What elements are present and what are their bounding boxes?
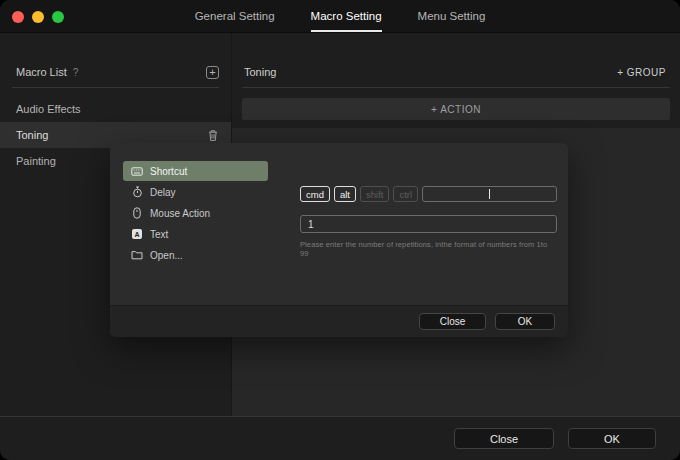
macro-list-title: Macro List <box>16 66 67 78</box>
titlebar: General Setting Macro Setting Menu Setti… <box>0 0 680 33</box>
key-ctrl[interactable]: ctrl <box>393 186 418 202</box>
close-window-button[interactable] <box>12 11 24 23</box>
action-type-label: Mouse Action <box>150 208 210 219</box>
sidebar-item-audio-effects[interactable]: Audio Effects <box>0 96 231 122</box>
zoom-window-button[interactable] <box>52 11 64 23</box>
modal-close-button[interactable]: Close <box>419 313 486 330</box>
repeat-count-input[interactable] <box>300 215 557 233</box>
footer-ok-button[interactable]: OK <box>568 428 656 449</box>
add-macro-icon[interactable]: + <box>206 66 219 79</box>
footer-close-button[interactable]: Close <box>454 428 554 449</box>
help-icon[interactable]: ? <box>73 67 79 78</box>
modal-body: Shortcut Delay Mou <box>110 143 568 305</box>
panel-header: Toning + GROUP <box>232 57 680 87</box>
action-type-label: Shortcut <box>150 166 187 177</box>
action-type-shortcut[interactable]: Shortcut <box>123 161 268 181</box>
action-type-label: Delay <box>150 187 176 198</box>
shortcut-key-input[interactable] <box>422 186 557 202</box>
action-type-mouse-action[interactable]: Mouse Action <box>123 203 268 223</box>
tab-macro-setting[interactable]: Macro Setting <box>311 0 382 32</box>
action-type-open[interactable]: Open... <box>123 245 268 265</box>
mouse-icon <box>131 207 143 219</box>
key-alt[interactable]: alt <box>334 186 356 202</box>
sidebar-item-label: Painting <box>16 155 56 167</box>
sidebar-divider <box>12 87 219 88</box>
tab-general-setting[interactable]: General Setting <box>195 0 275 32</box>
action-type-list: Shortcut Delay Mou <box>110 143 268 305</box>
macro-list-header: Macro List ? + <box>0 57 231 87</box>
modal-ok-button[interactable]: OK <box>495 313 555 330</box>
action-type-delay[interactable]: Delay <box>123 182 268 202</box>
timer-icon <box>131 186 143 198</box>
modifier-keys-row: cmd alt shift ctrl <box>300 186 557 202</box>
settings-tabs: General Setting Macro Setting Menu Setti… <box>195 0 486 32</box>
sidebar-item-label: Audio Effects <box>16 103 81 115</box>
text-caret <box>489 189 490 199</box>
sidebar-item-label: Toning <box>16 129 48 141</box>
action-type-label: Text <box>150 229 168 240</box>
action-type-text[interactable]: A Text <box>123 224 268 244</box>
add-action-button[interactable]: + ACTION <box>242 98 670 120</box>
delete-macro-icon[interactable] <box>207 129 219 142</box>
modal-footer: Close OK <box>110 305 568 337</box>
repeat-helper-text: Please enter the number of repetitions, … <box>300 240 557 258</box>
panel-title: Toning <box>244 66 276 78</box>
key-cmd[interactable]: cmd <box>300 186 330 202</box>
panel-divider <box>242 87 670 88</box>
minimize-window-button[interactable] <box>32 11 44 23</box>
folder-icon <box>131 250 143 260</box>
text-icon: A <box>131 229 143 239</box>
key-shift[interactable]: shift <box>360 186 389 202</box>
shortcut-form: cmd alt shift ctrl Please enter the numb… <box>268 143 568 305</box>
action-editor-modal: Shortcut Delay Mou <box>110 143 568 337</box>
traffic-lights <box>12 11 64 23</box>
action-type-label: Open... <box>150 250 183 261</box>
keyboard-icon <box>131 167 143 176</box>
app-window: General Setting Macro Setting Menu Setti… <box>0 0 680 460</box>
window-footer: Close OK <box>0 416 680 460</box>
tab-menu-setting[interactable]: Menu Setting <box>418 0 486 32</box>
add-group-button[interactable]: + GROUP <box>617 67 666 78</box>
